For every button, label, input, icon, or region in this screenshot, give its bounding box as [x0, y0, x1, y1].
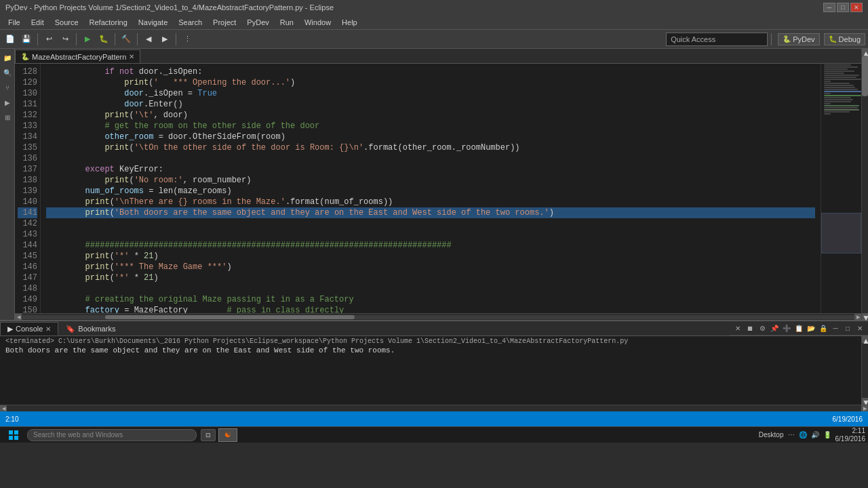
scroll-thumb[interactable] [862, 56, 868, 96]
bottom-vertical-scrollbar[interactable]: ▲ ▼ [861, 336, 868, 405]
taskbar-search[interactable]: Search the web and Windows [27, 429, 197, 441]
menu-source[interactable]: Source [50, 17, 84, 28]
pydev-label: PyDev [793, 35, 814, 43]
save-button[interactable]: 💾 [19, 32, 34, 47]
console-tab[interactable]: ▶ Console ✕ [0, 322, 58, 336]
console-settings-button[interactable]: ⚙ [757, 323, 768, 334]
menu-project[interactable]: Project [208, 17, 241, 28]
close-button[interactable]: ✕ [850, 3, 863, 12]
clock-date: 6/19/2016 [835, 435, 866, 443]
clear-console-button[interactable]: ✕ [732, 323, 743, 334]
build-button[interactable]: 🔨 [119, 32, 134, 47]
console-icon: ▶ [7, 325, 13, 333]
more-tools-button[interactable]: ⋮ [180, 32, 195, 47]
minimap-viewport[interactable] [821, 213, 861, 253]
bottom-scroll-up[interactable]: ▲ [862, 336, 868, 343]
maximize-panel-button[interactable]: □ [842, 323, 853, 334]
menu-help[interactable]: Help [336, 17, 363, 28]
navigate-back-button[interactable]: ◀ [141, 32, 156, 47]
debug-icon: 🐛 [829, 35, 837, 43]
close-panel-button[interactable]: ✕ [854, 323, 865, 334]
tab-icon: 🐍 [21, 53, 29, 60]
bottom-tab-bar: ▶ Console ✕ 🔖 Bookmarks ✕ ⏹ ⚙ 📌 ➕ 📋 📂 🔒 … [0, 321, 868, 336]
pydev-icon: 🐍 [783, 35, 791, 43]
bookmarks-icon: 🔖 [66, 325, 75, 333]
run-activity-icon[interactable]: ▶ [1, 96, 14, 108]
main-layout: 📁 🔍 ⑂ ▶ ⊞ 🐍 MazeAbstractFactoryPattern ✕… [0, 49, 868, 320]
stop-button[interactable]: ⏹ [745, 323, 755, 334]
code-editor[interactable]: if not door._isOpen: print(' *** Opening… [41, 64, 821, 313]
bookmarks-tab[interactable]: 🔖 Bookmarks [58, 322, 123, 336]
debug-run-button[interactable]: 🐛 [96, 32, 111, 47]
menu-navigate[interactable]: Navigate [133, 17, 173, 28]
bottom-toolbar: ✕ ⏹ ⚙ 📌 ➕ 📋 📂 🔒 ─ □ ✕ [730, 322, 868, 336]
editor-tab[interactable]: 🐍 MazeAbstractFactoryPattern ✕ [15, 49, 140, 63]
separator-5 [176, 33, 176, 45]
bottom-scroll-down[interactable]: ▼ [862, 398, 868, 405]
display-button[interactable]: 📋 [793, 323, 804, 334]
menu-edit[interactable]: Edit [26, 17, 50, 28]
scroll-lock-button[interactable]: 🔒 [818, 323, 829, 334]
menu-window[interactable]: Window [299, 17, 336, 28]
eclipse-taskbar-button[interactable]: ☯ [218, 428, 237, 442]
start-button[interactable] [3, 428, 24, 443]
tab-label: MazeAbstractFactoryPattern [32, 53, 126, 61]
pydev-perspective-button[interactable]: 🐍 PyDev [778, 33, 819, 45]
debug-perspective-button[interactable]: 🐛 Debug [824, 33, 865, 45]
bottom-scroll-left[interactable]: ◀ [0, 405, 7, 411]
windows-logo-icon [9, 430, 18, 440]
scroll-thumb[interactable] [105, 315, 355, 319]
cursor-position: 2:10 [5, 415, 18, 423]
separator-6 [771, 33, 772, 45]
console-tab-close[interactable]: ✕ [45, 325, 51, 333]
taskbar-clock: 2:11 6/19/2016 [835, 427, 866, 443]
menu-search[interactable]: Search [173, 17, 208, 28]
separator-1 [37, 33, 38, 45]
new-file-button[interactable]: 📄 [3, 32, 18, 47]
toolbar: 📄 💾 ↩ ↪ ▶ 🐛 🔨 ◀ ▶ ⋮ Quick Access 🐍 PyDev… [0, 30, 868, 49]
extensions-icon[interactable]: ⊞ [1, 111, 14, 123]
bookmarks-tab-label: Bookmarks [78, 325, 115, 333]
tab-close-button[interactable]: ✕ [129, 53, 134, 60]
console-path: <terminated> C:\Users\Burkh\Documents\_2… [5, 338, 856, 345]
title-bar-controls[interactable]: ─ □ ✕ [823, 3, 863, 12]
separator-3 [115, 33, 115, 45]
search-icon[interactable]: 🔍 [1, 66, 14, 79]
quick-access-input[interactable]: Quick Access [666, 33, 768, 46]
minimize-panel-button[interactable]: ─ [830, 323, 841, 334]
new-console-button[interactable]: ➕ [781, 323, 792, 334]
menu-refactoring[interactable]: Refactoring [84, 17, 133, 28]
code-area: 128 129 130 131 132 133 134 135 136 137 … [15, 64, 861, 313]
bottom-scroll-right[interactable]: ▶ [861, 405, 868, 411]
run-button[interactable]: ▶ [80, 32, 95, 47]
minimize-button[interactable]: ─ [823, 3, 835, 12]
bottom-h-scrollbar[interactable]: ◀ ▶ [0, 405, 868, 411]
source-control-icon[interactable]: ⑂ [1, 81, 14, 94]
scroll-up-button[interactable]: ▲ [862, 49, 868, 56]
menu-pydev[interactable]: PyDev [241, 17, 274, 28]
explorer-icon[interactable]: 📁 [1, 52, 14, 64]
bottom-scroll-track[interactable] [7, 405, 861, 411]
maximize-button[interactable]: □ [837, 3, 849, 12]
taskbar-right: Desktop ⋯ 🌐 🔊 🔋 2:11 6/19/2016 [759, 427, 865, 443]
search-placeholder: Search the web and Windows [33, 431, 123, 439]
status-bar: 2:10 6/19/2016 [0, 411, 868, 426]
svg-rect-3 [14, 436, 18, 440]
editor-area: 🐍 MazeAbstractFactoryPattern ✕ 128 129 1… [15, 49, 861, 320]
separator-2 [76, 33, 77, 45]
redo-button[interactable]: ↪ [58, 32, 73, 47]
scroll-left-button[interactable]: ◀ [15, 314, 22, 321]
task-view-button[interactable]: ⊡ [201, 429, 216, 441]
window-title: PyDev - Python Projects Volume 1/Section… [5, 3, 334, 12]
menu-run[interactable]: Run [275, 17, 299, 28]
undo-button[interactable]: ↩ [41, 32, 56, 47]
scroll-right-button[interactable]: ▶ [854, 314, 861, 321]
menu-file[interactable]: File [3, 17, 26, 28]
pin-console-button[interactable]: 📌 [769, 323, 780, 334]
open-console-button[interactable]: 📂 [806, 323, 816, 334]
scroll-track[interactable] [22, 315, 854, 319]
horizontal-scrollbar[interactable]: ◀ ▶ [15, 313, 861, 320]
vertical-scrollbar[interactable]: ▲ ▼ [861, 49, 868, 320]
scroll-down-button[interactable]: ▼ [862, 313, 868, 320]
navigate-forward-button[interactable]: ▶ [157, 32, 172, 47]
